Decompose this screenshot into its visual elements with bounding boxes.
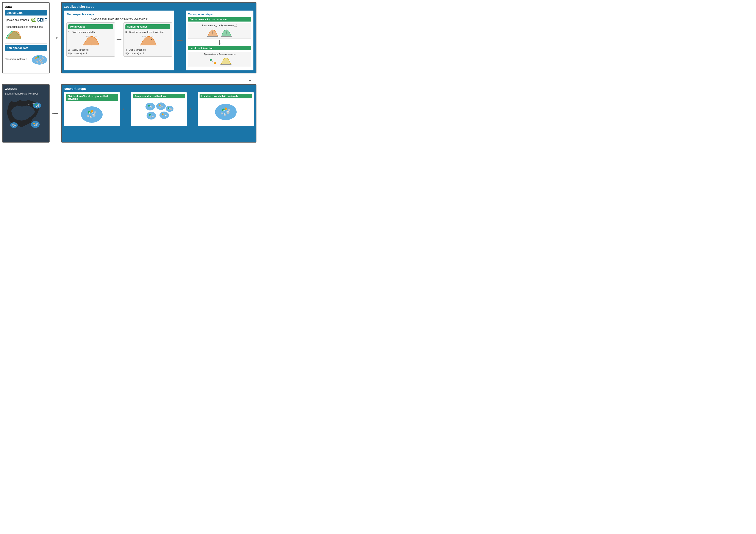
sampling-bell-svg: P(occurrence): [138, 35, 157, 48]
distribution-box: Distribution of localized probabilistic …: [64, 92, 120, 126]
nonspatial-data-section: Non-spatial data: [5, 45, 47, 51]
svg-point-79: [156, 103, 166, 110]
svg-point-61: [81, 106, 103, 123]
step-4-formula: P(occurrence) > τ ?: [125, 52, 170, 55]
svg-point-51: [10, 122, 18, 128]
step-4-num: 4: [125, 48, 128, 51]
localized-metaweb-svg: [213, 100, 239, 122]
bottom-row: Outputs Spatial Probabilistic Metaweb: [2, 84, 256, 142]
svg-point-99: [215, 104, 237, 120]
bell-curves-svg: [5, 30, 22, 40]
sampling-values-box: Sampling values 3 Random sample from dis…: [123, 22, 172, 57]
step-3-num: 3: [125, 31, 128, 33]
two-species-down-arrow-svg: [248, 76, 252, 82]
step-2-num: 2: [68, 48, 71, 51]
canada-map-svg: [5, 97, 43, 136]
svg-point-87: [149, 116, 151, 117]
mean-bell-svg: P(occurrence): [81, 35, 100, 48]
canadian-metaweb-label: Canadian metaweb: [5, 58, 28, 61]
network-to-outputs-arrow-svg: [52, 111, 59, 115]
main-container: Data Spatial Data Species occurrences 🌿 …: [2, 2, 256, 142]
gbif-leaf-icon: 🌿: [31, 17, 36, 23]
svg-line-34: [211, 60, 215, 63]
species-subtitle: Accounting for uncertainty in species di…: [67, 17, 172, 20]
step-1: 1 Take mean probability: [68, 31, 113, 33]
single-to-two-arrow: [177, 10, 183, 71]
cooccurrence-curves: [189, 29, 250, 37]
single-to-two-arrow-svg: [177, 38, 183, 43]
svg-marker-37: [249, 80, 251, 82]
cooc-to-interaction-arrow: [188, 40, 251, 45]
svg-point-49: [37, 122, 38, 124]
metaweb-visual: [30, 52, 47, 66]
svg-marker-60: [52, 113, 54, 114]
distribution-visual: [66, 103, 118, 124]
interaction-visual: [189, 57, 250, 65]
species-occurrences-item: Species occurrences 🌿 GBIF: [5, 17, 47, 23]
localized-interaction-header: Localized interaction: [188, 46, 251, 50]
data-to-localized-arrow: [52, 2, 59, 73]
sample-box: Sample random realisations: [131, 92, 187, 126]
network-title: Network steps: [64, 87, 254, 90]
svg-point-48: [34, 125, 36, 126]
cooccurrence-header: Co-occurrence P(co-occurrence): [188, 17, 251, 21]
cooccurrence-formula: P(occurrencesp1) × P(occurrencesp2): [189, 24, 250, 27]
canadian-metaweb-item: Canadian metaweb: [5, 52, 47, 66]
svg-marker-31: [219, 43, 221, 45]
step-4: 4 Apply threshold: [125, 48, 170, 51]
step-1-num: 1: [68, 31, 71, 33]
network-bubble-2: [31, 121, 40, 128]
localized-metaweb-box: Localized probabilistic metaweb: [198, 92, 254, 126]
two-species-panel: Two-species steps Co-occurrence P(co-occ…: [185, 10, 254, 71]
prob-distributions-item: Probabilistic species distributions: [5, 25, 47, 41]
sampling-values-header: Sampling values: [125, 24, 170, 29]
step-4-text: Apply threshold: [129, 48, 146, 51]
arrow-right-svg: [52, 36, 59, 40]
svg-point-75: [146, 103, 155, 111]
localized-inner: Single-species steps Accounting for unce…: [64, 10, 254, 71]
step-2-formula: P(occurrence) > τ ?: [68, 52, 113, 55]
interaction-curve-svg: [220, 57, 232, 65]
svg-marker-14: [56, 37, 58, 39]
prob-distributions-label: Probabilistic species distributions: [5, 25, 43, 28]
method-arrow-svg: [117, 38, 122, 41]
species-occurrences-label: Species occurrences: [5, 18, 29, 21]
step-3-text: Random sample from distribution: [129, 31, 164, 33]
localized-to-sample-arrow-svg: [189, 107, 196, 111]
network-bubble-3: [10, 122, 18, 128]
svg-point-42: [38, 104, 40, 105]
data-panel: Data Spatial Data Species occurrences 🌿 …: [2, 2, 50, 73]
svg-point-82: [159, 107, 161, 108]
down-arrow-svg: [218, 40, 221, 45]
outputs-panel: Outputs Spatial Probabilistic Metaweb: [2, 84, 50, 142]
single-species-two-col: Mean values 1 Take mean probability P(oc…: [67, 22, 172, 57]
bell-curves-visual: [5, 30, 22, 40]
localized-panel-title: Localized site steps: [64, 5, 254, 9]
mean-values-header: Mean values: [68, 24, 113, 29]
sampling-bell-curve: P(occurrence): [125, 35, 170, 48]
svg-point-54: [13, 126, 14, 127]
localized-metaweb-visual: [200, 100, 252, 122]
distribution-header: Distribution of localized probabilistic …: [66, 94, 118, 101]
top-row: Data Spatial Data Species occurrences 🌿 …: [2, 2, 256, 73]
step-1-text: Take mean probability: [72, 31, 95, 33]
mean-values-box: Mean values 1 Take mean probability P(oc…: [67, 22, 115, 57]
svg-marker-25: [181, 39, 183, 41]
spatial-data-section: Spatial Data: [5, 10, 47, 15]
network-to-outputs-arrow: [52, 84, 59, 142]
step-3: 3 Random sample from distribution: [125, 31, 170, 33]
svg-marker-74: [122, 108, 124, 110]
svg-point-89: [159, 112, 169, 119]
distribution-svg: [79, 103, 105, 124]
method-arrow: [117, 22, 122, 57]
network-inner: Distribution of localized probabilistic …: [64, 92, 254, 126]
localized-panel: Localized site steps Single-species step…: [61, 2, 256, 73]
cooc-curve2-svg: [221, 29, 232, 37]
svg-point-45: [31, 121, 40, 128]
cooccurrence-formula-box: P(occurrencesp1) × P(occurrencesp2): [188, 23, 251, 39]
two-species-title: Two-species steps: [188, 13, 251, 16]
network-panel: Network steps Distribution of localized …: [61, 84, 256, 142]
localized-metaweb-header: Localized probabilistic metaweb: [200, 94, 252, 98]
localized-to-sample-arrow: [189, 92, 196, 126]
mean-bell-curve: P(occurrence): [68, 35, 113, 48]
